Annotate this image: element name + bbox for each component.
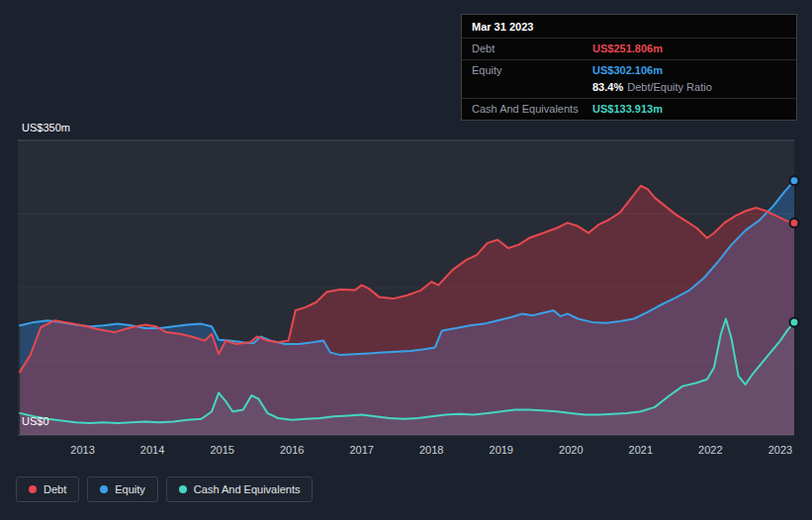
chart-legend: Debt Equity Cash And Equivalents: [16, 477, 313, 502]
debt-equity-chart-panel: Mar 31 2023 Debt US$251.806m Equity US$3…: [0, 0, 812, 520]
y-axis-max-label: US$350m: [22, 122, 70, 133]
tooltip-row-debt: Debt US$251.806m: [462, 38, 796, 59]
legend-cash-label: Cash And Equivalents: [194, 483, 301, 495]
x-axis-label: 2017: [342, 444, 382, 456]
cash-legend-dot-icon: [179, 485, 187, 493]
tooltip-row-ratio: 83.4%Debt/Equity Ratio: [462, 81, 796, 98]
chart-tooltip: Mar 31 2023 Debt US$251.806m Equity US$3…: [461, 14, 797, 121]
tooltip-cash-value: US$133.913m: [592, 103, 663, 115]
x-axis-label: 2018: [411, 444, 451, 456]
x-axis-label: 2015: [203, 444, 242, 456]
tooltip-equity-label: Equity: [472, 64, 592, 76]
x-axis-label: 2021: [621, 444, 661, 456]
legend-item-debt[interactable]: Debt: [16, 477, 79, 502]
debt-legend-dot-icon: [29, 485, 37, 493]
tooltip-ratio-value: 83.4%: [592, 81, 623, 93]
legend-equity-label: Equity: [115, 483, 145, 495]
tooltip-ratio-label: Debt/Equity Ratio: [627, 81, 712, 93]
area-chart[interactable]: [18, 140, 794, 435]
x-axis-labels: 2013201420152016201720182019202020212022…: [0, 444, 812, 460]
x-axis-label: 2013: [63, 444, 103, 456]
y-axis-zero-label: US$0: [22, 415, 49, 427]
tooltip-equity-value: US$302.106m: [592, 64, 663, 76]
legend-item-equity[interactable]: Equity: [87, 477, 158, 502]
tooltip-row-equity: Equity US$302.106m: [462, 59, 796, 81]
tooltip-date: Mar 31 2023: [462, 15, 796, 38]
tooltip-cash-label: Cash And Equivalents: [472, 103, 592, 115]
tooltip-debt-value: US$251.806m: [592, 43, 663, 54]
x-axis-label: 2014: [133, 444, 172, 456]
x-axis-label: 2019: [482, 444, 521, 456]
x-axis-label: 2020: [551, 444, 590, 456]
legend-debt-label: Debt: [44, 483, 66, 495]
x-axis-label: 2016: [272, 444, 312, 456]
tooltip-row-cash: Cash And Equivalents US$133.913m: [462, 98, 796, 120]
equity-legend-dot-icon: [100, 485, 108, 493]
tooltip-debt-label: Debt: [472, 43, 592, 54]
legend-item-cash[interactable]: Cash And Equivalents: [166, 477, 314, 502]
x-axis-label: 2023: [761, 444, 800, 456]
x-axis-label: 2022: [690, 444, 730, 456]
